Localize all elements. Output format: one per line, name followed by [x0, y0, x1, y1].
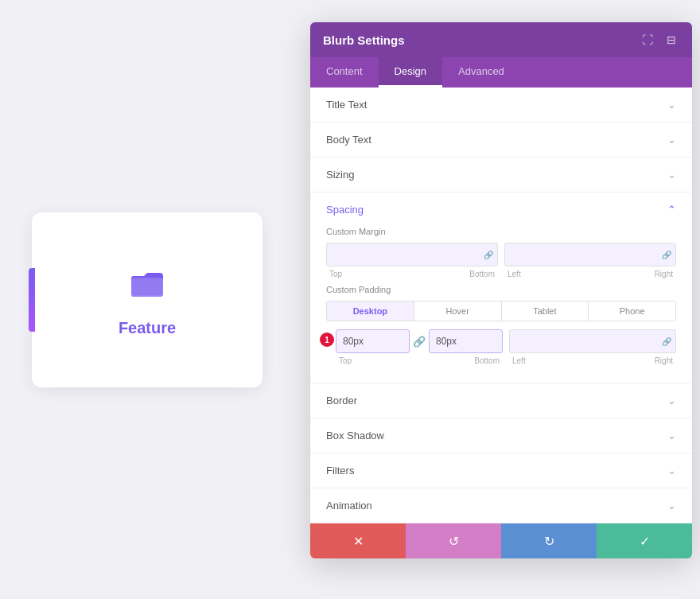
section-border[interactable]: Border ⌄ [310, 383, 692, 418]
padding-top-input[interactable] [336, 329, 410, 353]
margin-left-label: Left [508, 270, 521, 278]
margin-left-right-input[interactable]: 🔗 [504, 243, 676, 266]
custom-margin-label: Custom Margin [326, 227, 676, 236]
feature-label: Feature [119, 319, 176, 337]
tab-design[interactable]: Design [379, 57, 442, 88]
section-sizing[interactable]: Sizing ⌄ [310, 158, 692, 193]
padding-tab-phone[interactable]: Phone [589, 301, 675, 321]
padding-tab-desktop[interactable]: Desktop [327, 301, 414, 321]
preview-area: Feature [0, 0, 294, 599]
box-shadow-chevron: ⌄ [667, 430, 676, 441]
cancel-icon: ✕ [353, 534, 364, 549]
padding-bottom-label: Bottom [474, 356, 500, 365]
margin-bottom-label: Bottom [469, 270, 495, 278]
sizing-chevron: ⌄ [667, 169, 676, 181]
sizing-label: Sizing [326, 169, 354, 181]
box-shadow-label: Box Shadow [326, 430, 384, 441]
border-chevron: ⌄ [667, 395, 676, 406]
reset-icon: ↺ [449, 534, 459, 549]
section-title-text[interactable]: Title Text ⌄ [310, 88, 692, 123]
panel-header: Blurb Settings ⛶ ⊟ [310, 22, 692, 57]
reset-button[interactable]: ↺ [406, 523, 501, 558]
animation-chevron: ⌄ [667, 500, 676, 511]
padding-bottom-input-wrap[interactable] [429, 329, 503, 353]
section-spacing: Spacing ⌃ Custom Margin 🔗 Top Bo [310, 193, 692, 383]
svg-rect-3 [132, 279, 162, 295]
filters-label: Filters [326, 465, 354, 476]
panel-header-icons: ⛶ ⊟ [640, 32, 679, 48]
panel-footer: ✕ ↺ ↻ ✓ [310, 523, 692, 558]
padding-tabs: Desktop Hover Tablet Phone [326, 301, 676, 321]
padding-tab-hover[interactable]: Hover [414, 301, 502, 321]
padding-lr-link-icon: 🔗 [662, 337, 671, 346]
redo-icon: ↻ [544, 534, 554, 549]
margin-right-label: Right [655, 270, 673, 278]
settings-panel: Blurb Settings ⛶ ⊟ Content Design Advanc… [310, 22, 692, 558]
margin-link-icon-2: 🔗 [662, 251, 671, 259]
section-box-shadow[interactable]: Box Shadow ⌄ [310, 418, 692, 453]
badge-1: 1 [320, 333, 334, 347]
preview-accent [29, 268, 35, 332]
title-text-label: Title Text [326, 99, 367, 111]
cancel-button[interactable]: ✕ [310, 523, 406, 558]
padding-row: 1 🔗 Top [326, 329, 676, 365]
panel-title: Blurb Settings [323, 33, 405, 47]
body-text-label: Body Text [326, 134, 371, 146]
collapse-icon[interactable]: ⊟ [663, 32, 679, 48]
animation-label: Animation [326, 500, 372, 511]
filters-chevron: ⌄ [667, 465, 676, 476]
spacing-body: Custom Margin 🔗 Top Bottom [310, 227, 692, 383]
margin-top-label: Top [329, 270, 342, 278]
panel-content: Title Text ⌄ Body Text ⌄ Sizing ⌄ Spacin… [310, 88, 692, 523]
border-label: Border [326, 395, 357, 406]
margin-left-input[interactable] [504, 243, 676, 266]
padding-bottom-input[interactable] [429, 329, 503, 353]
section-animation[interactable]: Animation ⌄ [310, 488, 692, 523]
redo-button[interactable]: ↻ [501, 523, 597, 558]
save-icon: ✓ [640, 534, 650, 549]
margin-top-bottom-input[interactable]: 🔗 [326, 243, 498, 266]
padding-tab-tablet[interactable]: Tablet [502, 301, 589, 321]
custom-padding-label: Custom Padding [326, 285, 676, 294]
spacing-header[interactable]: Spacing ⌃ [310, 193, 692, 227]
spacing-label: Spacing [326, 204, 364, 216]
tab-advanced[interactable]: Advanced [442, 57, 520, 88]
title-text-chevron: ⌄ [667, 99, 676, 111]
margin-top-input[interactable] [326, 243, 498, 266]
body-text-chevron: ⌄ [667, 134, 676, 146]
section-filters[interactable]: Filters ⌄ [310, 453, 692, 488]
padding-link-icon[interactable]: 🔗 [413, 336, 426, 348]
save-button[interactable]: ✓ [597, 523, 692, 558]
padding-left-label: Left [512, 356, 526, 365]
preview-card: Feature [32, 212, 262, 387]
panel-tabs: Content Design Advanced [310, 57, 692, 88]
padding-right-input-wrap[interactable]: 🔗 [509, 329, 676, 353]
padding-top-input-wrap[interactable] [336, 329, 410, 353]
margin-link-icon-1: 🔗 [484, 251, 493, 259]
padding-left-right-input[interactable] [509, 329, 676, 353]
section-body-text[interactable]: Body Text ⌄ [310, 123, 692, 158]
padding-right-label: Right [655, 356, 673, 365]
spacing-chevron: ⌃ [667, 204, 676, 216]
fullscreen-icon[interactable]: ⛶ [640, 32, 655, 48]
preview-icon [126, 262, 168, 306]
tab-content[interactable]: Content [310, 57, 379, 88]
padding-top-label: Top [339, 356, 352, 365]
margin-row: 🔗 Top Bottom 🔗 L [326, 243, 676, 278]
